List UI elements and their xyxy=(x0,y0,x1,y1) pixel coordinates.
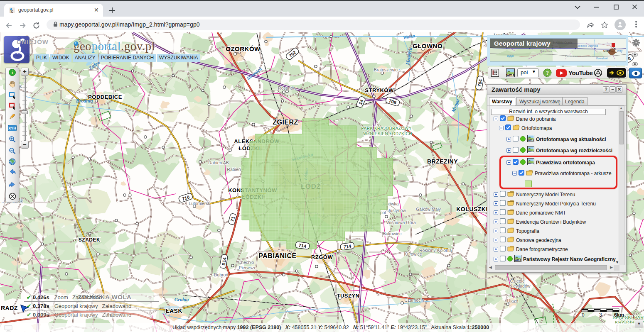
svg-text:PODDĘBICE: PODDĘBICE xyxy=(88,94,122,100)
svg-text:Wiry: Wiry xyxy=(617,49,623,53)
svg-text:OZORKÓW: OZORKÓW xyxy=(226,45,261,52)
svg-text:Kowalinki: Kowalinki xyxy=(596,57,607,60)
svg-text:0: 0 xyxy=(582,312,585,318)
svg-text:Rokietnica: Rokietnica xyxy=(540,50,552,52)
svg-text:RZGÓW: RZGÓW xyxy=(311,254,333,260)
svg-text:?: ? xyxy=(546,70,549,76)
svg-text:Justynów: Justynów xyxy=(388,208,406,213)
svg-text:Bratoszewice: Bratoszewice xyxy=(374,67,400,72)
svg-text:Bukowiec: Bukowiec xyxy=(383,231,402,236)
svg-text:YouTube: YouTube xyxy=(568,69,593,76)
svg-text:BRZEZINY: BRZEZINY xyxy=(427,158,458,165)
svg-text:Rabień: Rabień xyxy=(227,167,241,172)
svg-text:WZNIESIEŃ ŁÓDZKICH: WZNIESIEŃ ŁÓDZKICH xyxy=(363,131,412,136)
svg-text:Osiedle: Osiedle xyxy=(510,278,525,283)
svg-text:Jezioro Lednica: Jezioro Lednica xyxy=(578,44,598,47)
svg-text:PABIANICE: PABIANICE xyxy=(258,252,296,259)
svg-text:SZADEK: SZADEK xyxy=(79,237,100,243)
svg-text:Rosanów: Rosanów xyxy=(278,85,296,90)
svg-text:Dobroń: Dobroń xyxy=(214,272,229,277)
svg-text:6km: 6km xyxy=(614,312,624,318)
svg-text:wms: wms xyxy=(527,139,534,142)
svg-text:XYH: XYH xyxy=(8,126,16,130)
svg-text:Pomaranowce: Pomaranowce xyxy=(565,55,581,57)
svg-text:Rabień AB: Rabień AB xyxy=(208,160,229,165)
svg-text:Ujazd: Ujazd xyxy=(507,298,519,303)
svg-text:Niewiadów: Niewiadów xyxy=(509,283,531,288)
svg-text:Rokiciny-Kolonia: Rokiciny-Kolonia xyxy=(419,248,452,253)
svg-text:Chechło: Chechło xyxy=(238,260,254,265)
svg-text:Głow: Głow xyxy=(603,49,611,52)
svg-text:Byłyki: Byłyki xyxy=(507,54,514,58)
svg-text:PARK KRAJOBRAZOWY: PARK KRAJOBRAZOWY xyxy=(361,126,412,131)
svg-text:TUSZYN: TUSZYN xyxy=(337,293,360,299)
svg-text:Grabia: Grabia xyxy=(175,297,189,303)
svg-text:STRYKÓW: STRYKÓW xyxy=(365,87,394,93)
svg-text:wms: wms xyxy=(514,259,521,261)
svg-text:Brodnia: Brodnia xyxy=(76,98,93,104)
svg-text:Gałków Mały: Gałków Mały xyxy=(416,207,441,212)
svg-text:wms: wms xyxy=(527,150,534,153)
svg-text:Czarnocin: Czarnocin xyxy=(404,298,424,303)
svg-text:Pierwsze: Pierwsze xyxy=(239,265,257,270)
svg-text:3: 3 xyxy=(599,312,602,318)
svg-text:Lutomiersk: Lutomiersk xyxy=(189,201,210,206)
svg-text:Wiśniowa Góra: Wiśniowa Góra xyxy=(386,220,415,225)
svg-text:wms: wms xyxy=(506,73,514,77)
svg-text:KOLUSZKI: KOLUSZKI xyxy=(456,206,488,212)
svg-text:ŁASK: ŁASK xyxy=(166,308,182,314)
svg-text:GŁOWNO: GŁOWNO xyxy=(413,42,442,49)
svg-text:RADZ: RADZ xyxy=(1,305,18,311)
svg-text:ZGIERZ: ZGIERZ xyxy=(273,119,298,126)
